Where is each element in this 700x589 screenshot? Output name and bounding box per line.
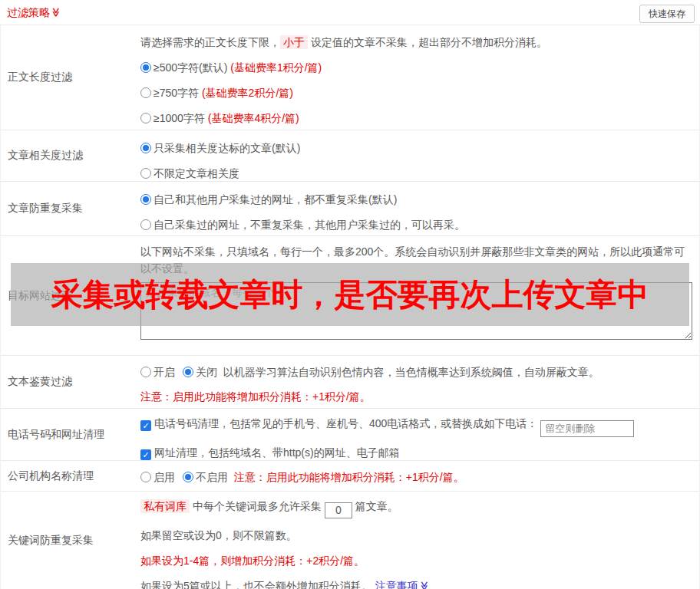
checkbox-checked-icon[interactable]: ✓ <box>140 449 151 460</box>
filter-strategy-page: 过滤策略≫ 快速保存 正文长度过滤 请选择需求的正文长度下限，小于 设定值的文章… <box>0 0 700 589</box>
porn-filter-note: 注意：启用此功能将增加积分消耗：+1积分/篇。 <box>140 389 693 404</box>
radio-option-no-limit[interactable]: 不限定文章相关度 <box>140 166 693 181</box>
quick-save-button[interactable]: 快速保存 <box>639 5 695 23</box>
row-label: 关键词防重复采集 <box>1 492 140 589</box>
keyword-note-over5: 如果设为5篇或以上，也不会额外增加积分消耗。 注意事项≫ <box>140 577 693 589</box>
keyword-note-unlimited: 如果留空或设为0，则不限篇数。 <box>140 527 693 544</box>
keyword-count-input[interactable] <box>325 502 352 518</box>
promo-overlay-banner: 采集或转载文章时，是否要再次上传文章中 <box>11 263 689 326</box>
radio-icon[interactable] <box>140 113 151 123</box>
cost-note: (基础费率1积分/篇) <box>230 61 322 74</box>
checkbox-checked-icon[interactable]: ✓ <box>140 420 151 431</box>
radio-icon[interactable] <box>140 168 151 179</box>
radio-option-enable[interactable]: 开启 <box>140 366 175 378</box>
row-keyword-dedup: 关键词防重复采集 私有词库 中每个关键词最多允许采集 篇文章。 如果留空或设为0… <box>1 492 699 589</box>
radio-option-750[interactable]: ≥750字符 (基础费率2积分/篇) <box>140 85 693 100</box>
highlight-term: 小于 <box>280 35 308 49</box>
topbar: 过滤策略≫ 快速保存 <box>0 0 700 25</box>
radio-option-1000[interactable]: ≥1000字符 (基础费率4积分/篇) <box>140 110 693 126</box>
body-length-intro: 请选择需求的正文长度下限，小于 设定值的文章不采集，超出部分不增加积分消耗。 <box>140 35 693 50</box>
row-company-name-cleanup: 公司机构名称清理 启用不启用 注意：启用此功能将增加积分消耗：+1积分/篇。 <box>1 461 699 492</box>
row-label: 文章防重复采集 <box>1 182 140 235</box>
row-relevance-filter: 文章相关度过滤 只采集相关度达标的文章(默认) 不限定文章相关度 <box>1 130 699 182</box>
chevron-double-down-icon: ≫ <box>51 8 61 18</box>
row-label: 电话号码和网址清理 <box>1 409 140 460</box>
radio-icon[interactable] <box>140 472 151 482</box>
promo-overlay-text: 采集或转载文章时，是否要再次上传文章中 <box>51 274 649 316</box>
row-label: 正文长度过滤 <box>1 25 140 130</box>
keyword-limit-line: 私有词库 中每个关键词最多允许采集 篇文章。 <box>140 498 693 518</box>
radio-icon[interactable] <box>140 62 151 73</box>
porn-filter-description: 以机器学习算法自动识别色情内容，当色情概率达到系统阈值，自动屏蔽文章。 <box>223 366 599 378</box>
radio-option-global-dedup[interactable]: 自己和其他用户采集过的网址，都不重复采集(默认) <box>140 192 693 207</box>
page-title: 过滤策略 <box>7 6 50 18</box>
row-porn-filter: 文本鉴黄过滤 开启关闭 以机器学习算法自动识别色情内容，当色情概率达到系统阈值，… <box>1 356 699 409</box>
cost-note: (基础费率4积分/篇) <box>208 112 299 124</box>
radio-icon[interactable] <box>140 194 151 205</box>
row-label: 文章相关度过滤 <box>1 130 140 181</box>
private-thesaurus-tag: 私有词库 <box>140 499 190 513</box>
checkbox-url-cleanup[interactable]: ✓网址清理，包括纯域名、带http(s)的网址、电子邮箱 <box>140 444 693 461</box>
radio-icon[interactable] <box>183 472 193 482</box>
company-cleanup-note: 注意：启用此功能将增加积分消耗：+1积分/篇。 <box>234 471 464 483</box>
row-label: 公司机构名称清理 <box>1 461 140 491</box>
keyword-note-cost: 如果设为1-4篇，则增加积分消耗：+2积分/篇。 <box>140 552 693 569</box>
cost-note: (基础费率2积分/篇) <box>202 87 293 99</box>
radio-option-500[interactable]: ≥500字符(默认) (基础费率1积分/篇) <box>140 60 693 75</box>
radio-option-self-dedup[interactable]: 自己采集过的网址，不重复采集，其他用户采集过的，可以再采。 <box>140 217 693 232</box>
radio-icon[interactable] <box>140 87 151 98</box>
radio-icon[interactable] <box>140 143 151 153</box>
notice-link[interactable]: 注意事项 <box>375 580 418 589</box>
radio-icon[interactable] <box>140 219 151 230</box>
radio-option-disable[interactable]: 不启用 <box>183 471 228 483</box>
radio-icon[interactable] <box>183 367 193 377</box>
radio-option-enable[interactable]: 启用 <box>140 471 175 483</box>
radio-option-relevant-only[interactable]: 只采集相关度达标的文章(默认) <box>140 140 693 156</box>
row-body-length-filter: 正文长度过滤 请选择需求的正文长度下限，小于 设定值的文章不采集，超出部分不增加… <box>1 25 699 130</box>
radio-option-disable[interactable]: 关闭 <box>183 366 217 378</box>
page-title-toggle[interactable]: 过滤策略≫ <box>7 6 61 20</box>
porn-filter-options: 开启关闭 以机器学习算法自动识别色情内容，当色情概率达到系统阈值，自动屏蔽文章。 <box>140 364 693 380</box>
row-label: 文本鉴黄过滤 <box>1 356 140 408</box>
row-dedup-collection: 文章防重复采集 自己和其他用户采集过的网址，都不重复采集(默认) 自己采集过的网… <box>1 182 699 236</box>
radio-icon[interactable] <box>140 367 151 377</box>
checkbox-phone-cleanup[interactable]: ✓电话号码清理，包括常见的手机号、座机号、400电话格式，或替换成如下电话： <box>140 415 693 437</box>
replacement-phone-input[interactable] <box>540 420 634 437</box>
row-phone-url-cleanup: 电话号码和网址清理 ✓电话号码清理，包括常见的手机号、座机号、400电话格式，或… <box>1 409 699 461</box>
chevron-double-down-icon: ≫ <box>416 581 433 589</box>
